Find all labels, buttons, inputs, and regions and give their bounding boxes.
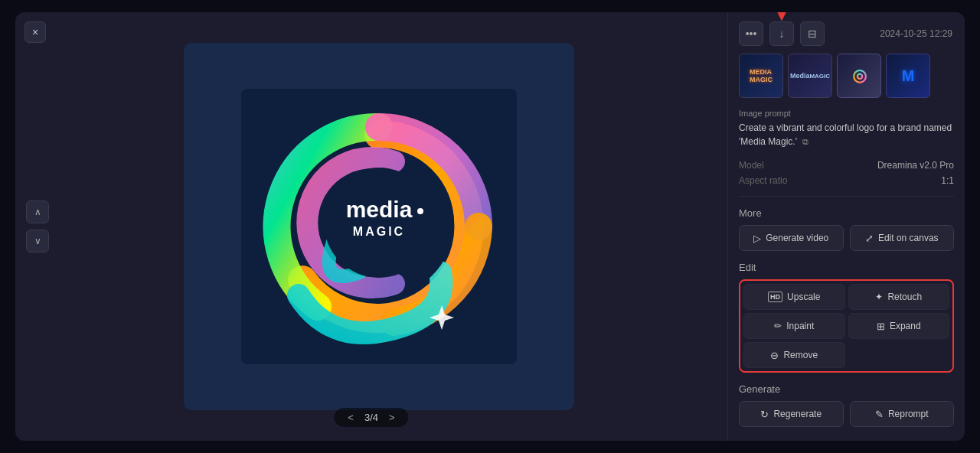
download-icon: ↓ <box>779 28 785 40</box>
red-arrow <box>775 12 789 21</box>
reprompt-label: Reprompt <box>888 409 929 419</box>
prompt-text: Create a vibrant and colorful logo for a… <box>728 121 965 158</box>
thumbnail-3[interactable]: ◎ <box>837 54 881 98</box>
remove-label: Remove <box>783 350 818 360</box>
image-panel: ∧ ∨ <box>15 12 727 441</box>
model-row: Model Dreamina v2.0 Pro <box>728 158 965 173</box>
svg-text:MAGIC: MAGIC <box>353 225 405 238</box>
right-panel: ••• ↓ <box>727 12 965 441</box>
svg-point-4 <box>417 208 423 214</box>
expand-icon: ⊞ <box>877 321 885 332</box>
close-icon: × <box>32 26 38 38</box>
upscale-button[interactable]: HD Upscale <box>743 284 845 310</box>
divider-1 <box>739 196 954 197</box>
regen-icon: ↻ <box>760 409 769 420</box>
generate-video-button[interactable]: ▷ Generate video <box>739 225 844 251</box>
svg-text:media: media <box>346 197 413 222</box>
remove-icon: ⊖ <box>770 350 779 361</box>
download-button[interactable]: ↓ <box>769 21 794 46</box>
inpaint-button[interactable]: ✏ Inpaint <box>743 313 845 339</box>
aspect-ratio-label: Aspect ratio <box>739 175 787 186</box>
regenerate-label: Regenerate <box>773 409 822 419</box>
thumbnail-4[interactable]: M <box>886 54 930 98</box>
retouch-label: Retouch <box>887 292 922 302</box>
prev-image-button[interactable]: < <box>345 412 357 423</box>
remove-button[interactable]: ⊖ Remove <box>743 342 845 368</box>
modal-overlay: × ∧ ∨ <box>0 0 980 453</box>
more-actions-row: ▷ Generate video ⤢ Edit on canvas <box>728 225 965 259</box>
nav-up-button[interactable]: ∧ <box>26 200 49 223</box>
next-image-button[interactable]: > <box>386 412 398 423</box>
edit-on-canvas-label: Edit on canvas <box>878 233 939 243</box>
edit-on-canvas-button[interactable]: ⤢ Edit on canvas <box>850 225 955 251</box>
dots-icon: ••• <box>746 28 757 40</box>
upscale-label: Upscale <box>787 292 820 302</box>
expand-button[interactable]: ⊞ Expand <box>848 313 950 339</box>
thumbnail-2[interactable]: MediaMAGIC <box>788 54 832 98</box>
reprompt-button[interactable]: ✎ Reprompt <box>850 401 955 427</box>
nav-down-button[interactable]: ∨ <box>26 230 49 253</box>
copy-icon[interactable]: ⧉ <box>802 137 808 146</box>
main-image: media MAGIC <box>184 43 574 410</box>
close-button[interactable]: × <box>24 21 46 43</box>
expand-label: Expand <box>890 321 921 331</box>
regenerate-button[interactable]: ↻ Regenerate <box>739 401 844 427</box>
chevron-up-icon: ∧ <box>34 207 41 217</box>
chevron-right-icon: > <box>389 412 395 423</box>
image-pagination: < 3/4 > <box>334 408 408 427</box>
nav-buttons: ∧ ∨ <box>26 200 49 253</box>
bookmark-icon: ⊟ <box>808 28 817 40</box>
page-indicator: 3/4 <box>364 412 378 423</box>
modal-container: × ∧ ∨ <box>15 12 965 441</box>
thumbnail-1[interactable]: MEDIAMAGIC <box>739 54 783 98</box>
reprompt-icon: ✎ <box>875 409 884 420</box>
bookmark-button[interactable]: ⊟ <box>800 21 825 46</box>
inpaint-label: Inpaint <box>786 321 814 331</box>
chevron-left-icon: < <box>348 412 354 423</box>
timestamp: 2024-10-25 12:29 <box>880 28 954 39</box>
aspect-ratio-value: 1:1 <box>941 175 954 186</box>
generate-video-label: Generate video <box>766 233 828 243</box>
edit-section-label: Edit <box>728 259 965 279</box>
thumbnails-row: MEDIAMAGIC MediaMAGIC ◎ M <box>728 54 965 107</box>
generate-row: ↻ Regenerate ✎ Reprompt <box>728 401 965 427</box>
retouch-icon: ✦ <box>875 292 883 302</box>
arrow-indicator-container: ↓ <box>769 21 794 46</box>
retouch-button[interactable]: ✦ Retouch <box>848 284 950 310</box>
logo-image: media MAGIC <box>241 89 517 364</box>
generate-section-label: Generate <box>728 380 965 401</box>
toolbar-row: ••• ↓ <box>728 21 965 54</box>
inpaint-icon: ✏ <box>774 321 782 331</box>
chevron-down-icon: ∨ <box>34 236 41 246</box>
svg-point-2 <box>324 168 434 278</box>
canvas-icon: ⤢ <box>865 233 874 244</box>
edit-grid: HD Upscale ✦ Retouch ✏ Inpaint ⊞ Expand … <box>739 279 954 373</box>
more-section-title: More <box>728 204 965 225</box>
more-options-button[interactable]: ••• <box>739 21 763 46</box>
aspect-ratio-row: Aspect ratio 1:1 <box>728 173 965 188</box>
model-value: Dreamina v2.0 Pro <box>877 160 954 171</box>
hd-icon: HD <box>768 292 782 302</box>
model-label: Model <box>739 160 764 171</box>
video-icon: ▷ <box>753 233 761 244</box>
prompt-section-label: Image prompt <box>728 109 965 121</box>
